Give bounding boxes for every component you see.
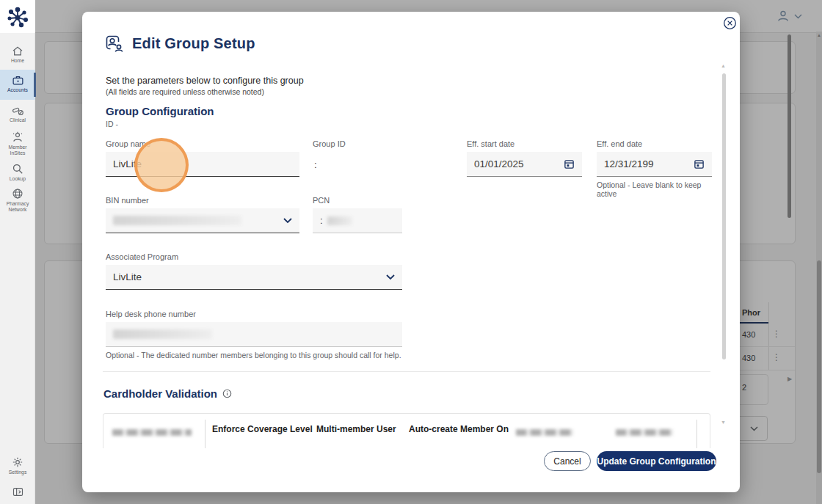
dialog-subtitle: Set the parameters below to configure th… (106, 76, 304, 86)
sidebar-item-pharmacy-network[interactable]: Pharmacy Network (0, 185, 35, 216)
group-name-label: Group name (106, 139, 299, 148)
eff-end-date-field: Eff. end date 12/31/2199 Optional - Leav… (597, 139, 712, 198)
associated-program-label: Associated Program (106, 252, 402, 261)
dialog-title-row: Edit Group Setup (104, 34, 255, 54)
sidebar-item-lookup[interactable]: Lookup (0, 160, 35, 185)
dialog-note: (All fields are required unless otherwis… (106, 87, 264, 96)
logo-icon (6, 5, 29, 29)
bin-number-field: BIN number (106, 196, 299, 233)
group-id-field: Group ID : (313, 139, 423, 177)
app-logo[interactable] (0, 0, 35, 33)
help-desk-phone-label: Help desk phone number (106, 310, 402, 318)
cardholder-validation-table: Enforce Coverage Level Multi-member User… (103, 413, 710, 448)
group-id-value: : (313, 152, 423, 177)
group-id-label: Group ID (313, 139, 423, 148)
group-config-id: ID - (106, 120, 164, 128)
redacted-group-id (321, 160, 386, 169)
pills-icon (12, 106, 24, 116)
section-divider (103, 371, 710, 372)
table-header-enforce-coverage-level: Enforce Coverage Level (212, 424, 313, 434)
calendar-icon[interactable] (694, 158, 705, 169)
modal-scroll-up-icon[interactable]: ▲ (721, 63, 726, 68)
chevron-down-icon (386, 274, 395, 280)
briefcase-icon (12, 75, 24, 86)
redacted-column-header (616, 429, 673, 436)
pcn-label: PCN (313, 196, 402, 205)
pcn-field: PCN : (313, 196, 402, 233)
eff-start-date-field: Eff. start date 01/01/2025 (467, 139, 582, 177)
redacted-bin-value (113, 216, 241, 225)
close-icon[interactable] (722, 16, 737, 31)
redacted-column-header (112, 429, 192, 436)
eff-end-date-label: Eff. end date (597, 139, 712, 148)
table-header-multi-member-user: Multi-member User (316, 424, 396, 434)
home-icon (12, 45, 23, 56)
eff-end-date-helper: Optional - Leave blank to keep active (597, 180, 712, 198)
help-desk-phone-field: Help desk phone number Optional - The de… (106, 310, 402, 359)
sidebar-item-settings[interactable]: Settings (0, 453, 35, 478)
redacted-pcn-value (327, 216, 352, 225)
sidebar-item-home[interactable]: Home (0, 43, 35, 67)
chevron-down-icon (283, 218, 292, 224)
table-header-auto-create-member-on: Auto-create Member On (409, 424, 509, 434)
gear-icon (12, 456, 23, 468)
update-group-configuration-button[interactable]: Update Group Configuration (597, 451, 716, 471)
redacted-phone-value (113, 329, 212, 339)
eff-start-date-input[interactable]: 01/01/2025 (467, 152, 582, 177)
edit-group-setup-dialog: Edit Group Setup Set the parameters belo… (82, 12, 740, 492)
cancel-button[interactable]: Cancel (544, 451, 591, 471)
help-desk-phone-input[interactable] (106, 322, 402, 347)
sidebar-item-accounts[interactable]: Accounts (0, 70, 35, 100)
collapse-panel-icon (12, 487, 23, 497)
redacted-column-header (516, 429, 573, 436)
calendar-icon[interactable] (564, 158, 575, 169)
dialog-title: Edit Group Setup (132, 35, 255, 52)
help-desk-phone-helper: Optional - The dedicated number members … (106, 351, 402, 359)
section-heading-cardholder-validation-row: Cardholder Validation (103, 387, 232, 400)
group-setup-icon (104, 34, 124, 54)
sidebar-item-member-insites[interactable]: Member InSites (0, 128, 35, 159)
associated-program-select[interactable]: LivLite (106, 265, 402, 290)
associated-program-field: Associated Program LivLite (106, 252, 402, 290)
section-heading-group-configuration: Group Configuration (106, 105, 214, 117)
modal-scroll-down-icon[interactable]: ▼ (721, 420, 726, 425)
search-icon (12, 163, 23, 175)
eff-end-date-input[interactable]: 12/31/2199 (597, 152, 712, 177)
sidebar: Home Accounts Clinical Member InSites (0, 0, 35, 504)
bin-number-label: BIN number (106, 196, 299, 205)
bin-number-select[interactable] (106, 208, 299, 233)
eff-start-date-label: Eff. start date (467, 139, 582, 148)
globe-icon (12, 188, 23, 200)
group-name-field: Group name LivLite (106, 139, 299, 177)
section-heading-cardholder-validation: Cardholder Validation (103, 387, 217, 400)
redacted-id-value (122, 120, 164, 128)
sidebar-item-clinical[interactable]: Clinical (0, 103, 35, 126)
sidebar-collapse-button[interactable] (0, 484, 35, 500)
group-name-input[interactable]: LivLite (106, 152, 299, 177)
pcn-input[interactable]: : (313, 208, 402, 233)
modal-scrollbar-thumb[interactable] (722, 73, 726, 359)
member-icon (12, 131, 23, 143)
info-icon[interactable] (222, 389, 232, 398)
